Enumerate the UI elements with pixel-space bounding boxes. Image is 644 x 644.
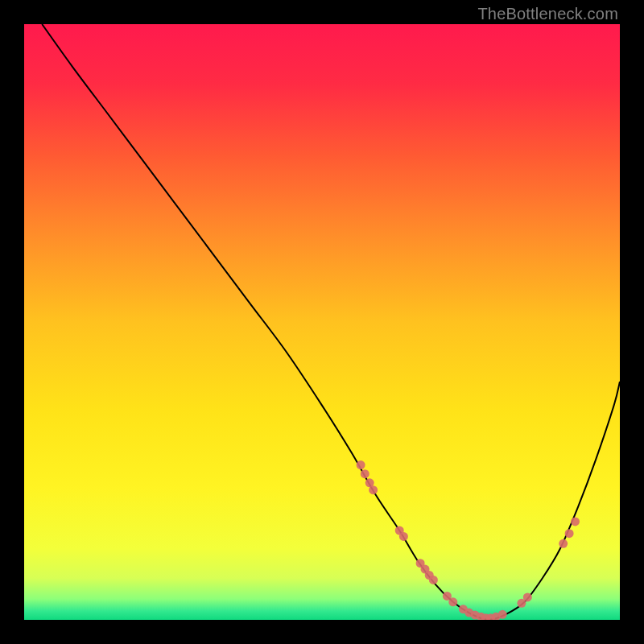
bottleneck-curve <box>42 24 620 620</box>
highlight-dot <box>571 517 580 526</box>
highlight-dot <box>498 610 507 619</box>
highlight-dot <box>448 597 457 606</box>
watermark-text: TheBottleneck.com <box>477 5 618 23</box>
highlight-dot <box>429 576 438 584</box>
highlight-dot <box>369 485 378 494</box>
highlight-dot <box>361 469 369 478</box>
highlight-dot <box>559 539 568 548</box>
highlight-dot <box>357 460 365 469</box>
highlight-dots <box>357 460 580 620</box>
curve-and-points <box>24 24 620 620</box>
highlight-dot <box>523 592 532 601</box>
highlight-dot <box>565 529 574 538</box>
plot-area <box>24 24 620 620</box>
highlight-dot <box>399 532 408 541</box>
